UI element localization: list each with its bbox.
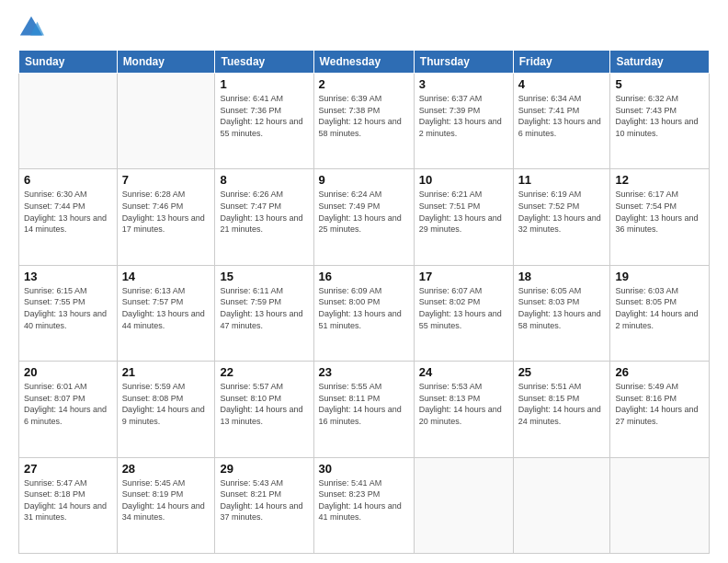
day-info: Sunrise: 5:59 AMSunset: 8:08 PMDaylight:… [122,381,210,427]
day-info: Sunrise: 5:45 AMSunset: 8:19 PMDaylight:… [122,477,210,523]
day-info: Sunrise: 6:39 AMSunset: 7:38 PMDaylight:… [319,93,409,139]
logo-icon [18,15,44,40]
day-cell: 23Sunrise: 5:55 AMSunset: 8:11 PMDayligh… [313,362,414,457]
day-info: Sunrise: 6:24 AMSunset: 7:49 PMDaylight:… [319,189,409,235]
day-number: 4 [518,77,606,91]
header-row: SundayMondayTuesdayWednesdayThursdayFrid… [19,51,710,74]
day-number: 8 [220,173,308,187]
day-cell: 17Sunrise: 6:07 AMSunset: 8:02 PMDayligh… [414,265,513,361]
day-number: 26 [615,365,704,379]
day-info: Sunrise: 6:30 AMSunset: 7:44 PMDaylight:… [24,189,112,235]
day-info: Sunrise: 6:32 AMSunset: 7:43 PMDaylight:… [615,93,704,139]
day-info: Sunrise: 5:51 AMSunset: 8:15 PMDaylight:… [518,381,606,427]
day-info: Sunrise: 5:57 AMSunset: 8:10 PMDaylight:… [220,381,308,427]
day-info: Sunrise: 6:07 AMSunset: 8:02 PMDaylight:… [419,285,508,331]
day-cell: 20Sunrise: 6:01 AMSunset: 8:07 PMDayligh… [19,362,118,457]
day-cell: 24Sunrise: 5:53 AMSunset: 8:13 PMDayligh… [414,362,513,457]
day-cell: 1Sunrise: 6:41 AMSunset: 7:36 PMDaylight… [215,74,313,169]
day-number: 19 [615,270,704,283]
day-number: 21 [122,365,210,379]
header-friday: Friday [513,51,610,74]
day-info: Sunrise: 5:55 AMSunset: 8:11 PMDaylight:… [319,381,409,427]
day-info: Sunrise: 6:28 AMSunset: 7:46 PMDaylight:… [122,189,210,235]
day-number: 15 [220,270,308,283]
day-cell: 13Sunrise: 6:15 AMSunset: 7:55 PMDayligh… [19,265,118,361]
day-number: 24 [419,365,508,379]
day-info: Sunrise: 5:49 AMSunset: 8:16 PMDaylight:… [615,381,704,427]
day-number: 27 [24,462,112,476]
day-cell: 21Sunrise: 5:59 AMSunset: 8:08 PMDayligh… [117,362,215,457]
day-cell: 5Sunrise: 6:32 AMSunset: 7:43 PMDaylight… [610,74,710,169]
day-cell: 25Sunrise: 5:51 AMSunset: 8:15 PMDayligh… [513,362,610,457]
day-cell: 11Sunrise: 6:19 AMSunset: 7:52 PMDayligh… [513,169,610,265]
day-info: Sunrise: 6:17 AMSunset: 7:54 PMDaylight:… [615,189,704,235]
day-number: 5 [615,77,704,91]
day-number: 23 [319,365,409,379]
day-cell [117,74,215,169]
day-info: Sunrise: 6:15 AMSunset: 7:55 PMDaylight:… [24,285,112,331]
day-cell: 16Sunrise: 6:09 AMSunset: 8:00 PMDayligh… [313,265,414,361]
day-info: Sunrise: 6:05 AMSunset: 8:03 PMDaylight:… [518,285,606,331]
day-cell: 8Sunrise: 6:26 AMSunset: 7:47 PMDaylight… [215,169,313,265]
day-info: Sunrise: 6:19 AMSunset: 7:52 PMDaylight:… [518,189,606,235]
day-number: 2 [319,77,409,91]
day-number: 16 [319,270,409,283]
day-number: 1 [220,77,308,91]
day-cell: 9Sunrise: 6:24 AMSunset: 7:49 PMDaylight… [313,169,414,265]
day-info: Sunrise: 5:43 AMSunset: 8:21 PMDaylight:… [220,477,308,523]
day-number: 29 [220,462,308,476]
day-number: 22 [220,365,308,379]
week-row-1: 1Sunrise: 6:41 AMSunset: 7:36 PMDaylight… [19,74,710,169]
day-cell: 22Sunrise: 5:57 AMSunset: 8:10 PMDayligh… [215,362,313,457]
day-cell: 14Sunrise: 6:13 AMSunset: 7:57 PMDayligh… [117,265,215,361]
day-cell: 29Sunrise: 5:43 AMSunset: 8:21 PMDayligh… [215,457,313,553]
day-cell [513,457,610,553]
day-number: 14 [122,270,210,283]
day-info: Sunrise: 6:09 AMSunset: 8:00 PMDaylight:… [319,285,409,331]
day-info: Sunrise: 5:47 AMSunset: 8:18 PMDaylight:… [24,477,112,523]
page: SundayMondayTuesdayWednesdayThursdayFrid… [0,0,728,563]
day-cell: 12Sunrise: 6:17 AMSunset: 7:54 PMDayligh… [610,169,710,265]
header-thursday: Thursday [414,51,513,74]
week-row-2: 6Sunrise: 6:30 AMSunset: 7:44 PMDaylight… [19,169,710,265]
day-number: 3 [419,77,508,91]
day-number: 30 [319,462,409,476]
day-number: 9 [319,173,409,187]
day-info: Sunrise: 6:37 AMSunset: 7:39 PMDaylight:… [419,93,508,139]
day-cell: 10Sunrise: 6:21 AMSunset: 7:51 PMDayligh… [414,169,513,265]
header-saturday: Saturday [610,51,710,74]
day-cell: 3Sunrise: 6:37 AMSunset: 7:39 PMDaylight… [414,74,513,169]
day-info: Sunrise: 6:03 AMSunset: 8:05 PMDaylight:… [615,285,704,331]
day-number: 28 [122,462,210,476]
day-cell [414,457,513,553]
day-number: 18 [518,270,606,283]
day-cell: 27Sunrise: 5:47 AMSunset: 8:18 PMDayligh… [19,457,118,553]
day-number: 11 [518,173,606,187]
header-sunday: Sunday [19,51,118,74]
day-info: Sunrise: 5:41 AMSunset: 8:23 PMDaylight:… [319,477,409,523]
day-cell: 2Sunrise: 6:39 AMSunset: 7:38 PMDaylight… [313,74,414,169]
week-row-5: 27Sunrise: 5:47 AMSunset: 8:18 PMDayligh… [19,457,710,553]
day-number: 17 [419,270,508,283]
day-info: Sunrise: 6:41 AMSunset: 7:36 PMDaylight:… [220,93,308,139]
day-info: Sunrise: 6:21 AMSunset: 7:51 PMDaylight:… [419,189,508,235]
day-info: Sunrise: 5:53 AMSunset: 8:13 PMDaylight:… [419,381,508,427]
day-cell: 15Sunrise: 6:11 AMSunset: 7:59 PMDayligh… [215,265,313,361]
day-number: 10 [419,173,508,187]
day-info: Sunrise: 6:26 AMSunset: 7:47 PMDaylight:… [220,189,308,235]
week-row-3: 13Sunrise: 6:15 AMSunset: 7:55 PMDayligh… [19,265,710,361]
day-cell: 4Sunrise: 6:34 AMSunset: 7:41 PMDaylight… [513,74,610,169]
logo [18,15,48,40]
day-info: Sunrise: 6:01 AMSunset: 8:07 PMDaylight:… [24,381,112,427]
day-number: 13 [24,270,112,283]
week-row-4: 20Sunrise: 6:01 AMSunset: 8:07 PMDayligh… [19,362,710,457]
day-cell [610,457,710,553]
day-info: Sunrise: 6:13 AMSunset: 7:57 PMDaylight:… [122,285,210,331]
day-cell: 30Sunrise: 5:41 AMSunset: 8:23 PMDayligh… [313,457,414,553]
day-number: 20 [24,365,112,379]
day-number: 7 [122,173,210,187]
day-info: Sunrise: 6:11 AMSunset: 7:59 PMDaylight:… [220,285,308,331]
day-cell: 28Sunrise: 5:45 AMSunset: 8:19 PMDayligh… [117,457,215,553]
day-number: 12 [615,173,704,187]
day-cell: 6Sunrise: 6:30 AMSunset: 7:44 PMDaylight… [19,169,118,265]
